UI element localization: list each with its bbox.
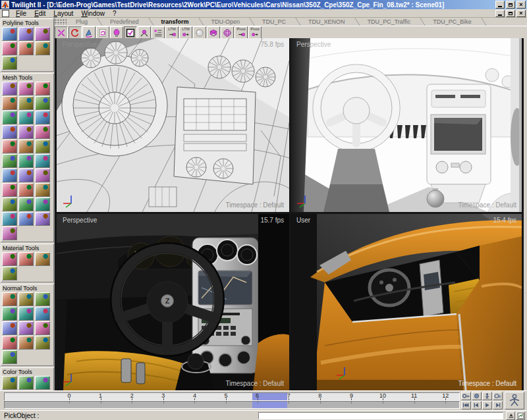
- material-spheres-icon[interactable]: [2, 252, 17, 266]
- sphere-button[interactable]: [193, 26, 206, 39]
- mesh-cylinder-icon[interactable]: [35, 82, 50, 95]
- normal-grid-show-icon[interactable]: [35, 321, 50, 335]
- mesh-tilt-grid-icon[interactable]: [35, 212, 50, 226]
- step-forward-button[interactable]: [493, 401, 503, 409]
- menu-item-file[interactable]: File: [12, 10, 30, 17]
- tab-tdu-xenon[interactable]: TDU_XENON: [301, 18, 352, 26]
- menu-item-window[interactable]: Window: [77, 10, 109, 17]
- normal-polyhedron-edit-icon[interactable]: [35, 292, 50, 306]
- walk-actor-button[interactable]: [505, 392, 524, 409]
- normal-traffic-icon[interactable]: [35, 336, 50, 350]
- mesh-delete-icon[interactable]: [18, 125, 34, 139]
- box-button[interactable]: [207, 26, 220, 39]
- viewport-textured-user[interactable]: User 15.4 fps Timespace : Default: [291, 214, 522, 390]
- color-pyramid-icon[interactable]: [35, 376, 50, 390]
- list-button[interactable]: [152, 26, 165, 39]
- mesh-cross-grid-icon[interactable]: [18, 212, 34, 226]
- mesh-plane-icon[interactable]: [2, 96, 17, 110]
- mesh-grid-icon[interactable]: [35, 169, 50, 182]
- mdi-restore-button[interactable]: [506, 10, 515, 17]
- status-spin-up-button[interactable]: [506, 411, 515, 420]
- polyline-curve-icon[interactable]: [35, 27, 50, 41]
- mesh-chair-icon[interactable]: [2, 154, 17, 168]
- restore-button[interactable]: [506, 1, 515, 9]
- mesh-extrude-icon[interactable]: [2, 111, 17, 124]
- normal-grid-red-icon[interactable]: [35, 307, 50, 321]
- mesh-cut-icon[interactable]: [18, 96, 34, 110]
- viewport-shaded-perspective[interactable]: Perspective Timespace : Default Coordina…: [291, 38, 522, 212]
- material-texture-icon[interactable]: [18, 252, 34, 266]
- sphere-to-arrow-button[interactable]: LTM: [179, 26, 192, 39]
- normal-grid-orange-icon[interactable]: [18, 307, 34, 321]
- wire-sphere-button[interactable]: [221, 26, 234, 39]
- sphere-to-arrow-button[interactable]: Pivot: [248, 26, 262, 39]
- close-button[interactable]: ×: [516, 1, 526, 9]
- rotate-cone-button[interactable]: [82, 26, 96, 39]
- tab-tdu-pc-bike[interactable]: TDU_PC_Bike: [426, 18, 479, 26]
- mesh-red-ball-icon[interactable]: [35, 140, 50, 153]
- normal-mixed-icon[interactable]: [2, 350, 17, 364]
- polyline-edit-icon[interactable]: [35, 41, 50, 55]
- mesh-subdivide-icon[interactable]: [2, 226, 17, 240]
- polyline-spline-icon[interactable]: [18, 41, 34, 55]
- mesh-curve-icon[interactable]: [2, 82, 17, 95]
- polyline-close-icon[interactable]: [2, 41, 17, 55]
- polyline-attach-icon[interactable]: [2, 56, 17, 70]
- rewind-button[interactable]: [461, 401, 471, 409]
- viewport-textured-perspective[interactable]: Z Perspective 15.7 fps Timespace : Defau…: [57, 214, 289, 390]
- tab-tdu-open[interactable]: TDU-Open: [204, 18, 248, 26]
- actor-camera-button[interactable]: [493, 392, 503, 400]
- minimize-button[interactable]: [495, 1, 505, 9]
- link-arrows-button[interactable]: [138, 26, 151, 39]
- mesh-flip-icon[interactable]: [18, 169, 34, 182]
- mesh-paint-icon[interactable]: [18, 183, 34, 197]
- toolbar-grip-handle[interactable]: [55, 19, 67, 25]
- mesh-face-icon[interactable]: [35, 96, 50, 110]
- mesh-lathe-icon[interactable]: [2, 140, 17, 153]
- arrow-to-sphere-button[interactable]: LTM: [165, 26, 179, 39]
- arrow-to-sphere-button[interactable]: Pivot: [235, 26, 248, 39]
- mesh-box-wire-icon[interactable]: [2, 169, 17, 182]
- normal-grid-green-icon[interactable]: [18, 321, 34, 335]
- step-back-button[interactable]: [472, 401, 482, 409]
- pickobject-input[interactable]: [258, 412, 503, 419]
- mesh-smooth-icon[interactable]: [18, 140, 34, 153]
- mesh-brush-icon[interactable]: [18, 154, 34, 168]
- normal-frame-icon[interactable]: [18, 336, 34, 350]
- mesh-mirror-icon[interactable]: [2, 183, 17, 197]
- polyline-circle-icon[interactable]: [18, 27, 34, 41]
- key-button[interactable]: [461, 392, 471, 400]
- status-log-button[interactable]: [516, 411, 525, 420]
- tab-predefined[interactable]: Predefined: [103, 18, 146, 26]
- timeline-ruler[interactable]: 0123456789101112: [4, 392, 460, 401]
- normal-polyhedron-icon[interactable]: [2, 292, 17, 306]
- timeline-track[interactable]: [4, 401, 460, 409]
- tab-tdu-pc[interactable]: TDU_PC: [255, 18, 293, 26]
- mesh-glove-icon[interactable]: [18, 197, 34, 211]
- mesh-bend-icon[interactable]: [35, 154, 50, 168]
- record-button[interactable]: [472, 392, 482, 400]
- mesh-weld-icon[interactable]: [35, 111, 50, 124]
- checkbox-button[interactable]: [124, 26, 137, 39]
- mesh-scissors-icon[interactable]: [2, 197, 17, 211]
- menu-item-layout[interactable]: Layout: [49, 10, 77, 17]
- play-button[interactable]: [482, 401, 492, 409]
- material-checker-icon[interactable]: [35, 252, 50, 266]
- mesh-barrel-icon[interactable]: [35, 183, 50, 197]
- mesh-cloth-icon[interactable]: [35, 197, 50, 211]
- menu-item--[interactable]: ?: [109, 10, 121, 17]
- actor-button[interactable]: [482, 392, 492, 400]
- mesh-sphere-group-icon[interactable]: [18, 111, 34, 124]
- mdi-minimize-button[interactable]: [495, 10, 505, 17]
- mesh-column-icon[interactable]: [2, 212, 17, 226]
- polyline-draw-icon[interactable]: [2, 27, 17, 41]
- tab-transform[interactable]: transform: [154, 18, 196, 26]
- tab-plug[interactable]: Plug: [69, 18, 95, 26]
- menu-item-edit[interactable]: Edit: [30, 10, 49, 17]
- page-refresh-button[interactable]: [96, 26, 109, 39]
- normal-grid-icon[interactable]: [2, 307, 17, 321]
- tab-tdu-pc-traffic[interactable]: TDU_PC_Traffic: [360, 18, 418, 26]
- mesh-cone-icon[interactable]: [18, 82, 34, 95]
- bulb-button[interactable]: [110, 26, 123, 39]
- normal-vector-icon[interactable]: [2, 336, 17, 350]
